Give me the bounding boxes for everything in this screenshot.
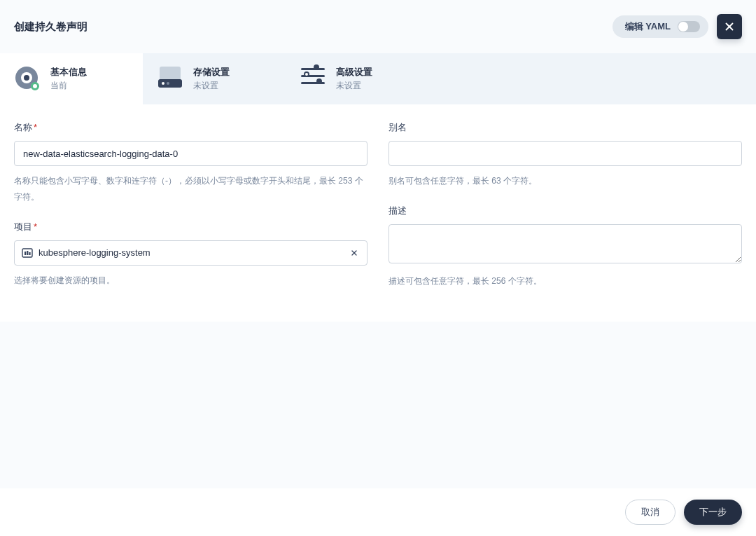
field-alias: 别名 别名可包含任意字符，最长 63 个字符。: [388, 121, 742, 189]
svg-rect-5: [29, 252, 30, 255]
edit-yaml-label: 编辑 YAML: [625, 20, 671, 33]
modal-footer: 取消 下一步: [0, 488, 756, 536]
description-textarea[interactable]: [388, 224, 742, 263]
tab-title: 存储设置: [193, 66, 230, 78]
alias-label: 别名: [388, 121, 742, 134]
sliders-icon: [301, 67, 326, 92]
name-label: 名称*: [14, 121, 368, 134]
field-project: 项目* kubesphere-logging-system 选择将要创建资源的项…: [14, 221, 368, 289]
alias-input[interactable]: [388, 141, 742, 166]
tab-title: 高级设置: [336, 66, 372, 78]
description-hint: 描述可包含任意字符，最长 256 个字符。: [388, 273, 742, 289]
project-select[interactable]: kubesphere-logging-system: [14, 240, 368, 266]
form-body: 名称* 名称只能包含小写字母、数字和连字符（-），必须以小写字母或数字开头和结尾…: [0, 104, 756, 322]
tab-advanced-settings[interactable]: 高级设置 未设置: [286, 53, 428, 104]
project-icon: [22, 248, 33, 258]
tab-subtitle: 未设置: [336, 80, 372, 92]
close-icon: [723, 20, 736, 33]
next-button[interactable]: 下一步: [684, 500, 742, 525]
svg-rect-4: [27, 251, 28, 255]
step-tabs: 基本信息 当前 存储设置 未设置 高级设置 未设置: [0, 53, 756, 104]
name-hint: 名称只能包含小写字母、数字和连字符（-），必须以小写字母或数字开头和结尾，最长 …: [14, 173, 368, 205]
project-value: kubesphere-logging-system: [38, 247, 150, 258]
basic-info-icon: [15, 67, 41, 92]
tab-subtitle: 未设置: [193, 80, 230, 92]
tab-storage-settings[interactable]: 存储设置 未设置: [143, 53, 286, 104]
svg-rect-3: [24, 252, 26, 255]
project-clear-button[interactable]: [349, 247, 360, 259]
description-label: 描述: [388, 205, 742, 217]
modal-title: 创建持久卷声明: [14, 20, 88, 34]
edit-yaml-toggle[interactable]: 编辑 YAML: [612, 15, 708, 38]
field-description: 描述 描述可包含任意字符，最长 256 个字符。: [388, 205, 742, 289]
form-right-column: 别名 别名可包含任意字符，最长 63 个字符。 描述 描述可包含任意字符，最长 …: [388, 121, 742, 305]
storage-icon: [158, 67, 183, 92]
tab-subtitle: 当前: [50, 80, 87, 92]
clear-icon: [350, 249, 358, 257]
tab-title: 基本信息: [50, 66, 87, 78]
header-actions: 编辑 YAML: [612, 14, 742, 39]
modal-header: 创建持久卷声明 编辑 YAML: [0, 0, 756, 53]
tab-basic-info[interactable]: 基本信息 当前: [0, 53, 143, 104]
field-name: 名称* 名称只能包含小写字母、数字和连字符（-），必须以小写字母或数字开头和结尾…: [14, 121, 368, 205]
close-button[interactable]: [717, 14, 742, 39]
cancel-button[interactable]: 取消: [625, 500, 676, 525]
alias-hint: 别名可包含任意字符，最长 63 个字符。: [388, 173, 742, 189]
name-input[interactable]: [14, 141, 368, 166]
form-left-column: 名称* 名称只能包含小写字母、数字和连字符（-），必须以小写字母或数字开头和结尾…: [14, 121, 368, 305]
project-label: 项目*: [14, 221, 368, 233]
toggle-switch-icon: [678, 21, 700, 32]
project-hint: 选择将要创建资源的项目。: [14, 273, 368, 289]
